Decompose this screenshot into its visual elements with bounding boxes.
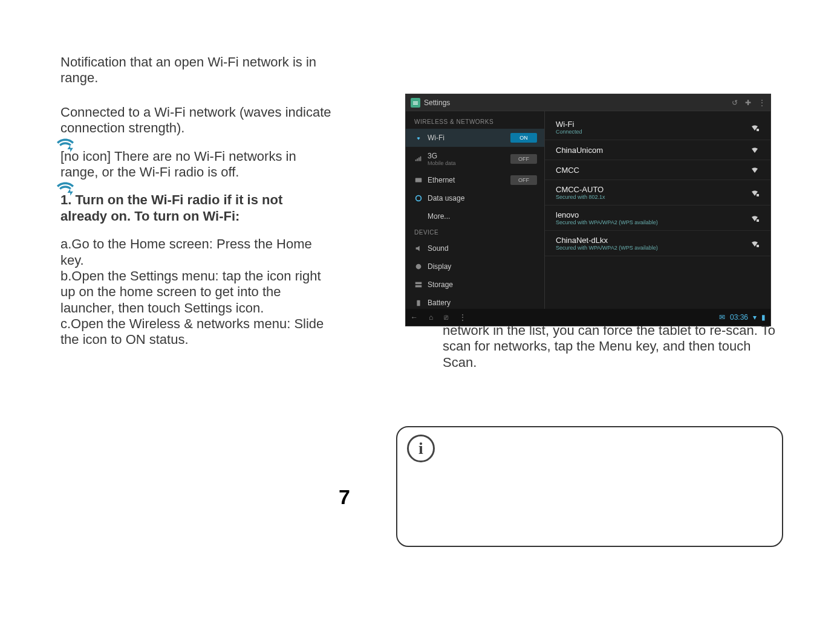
wifi-signal-icon [750, 123, 760, 132]
sidebar-3g-label: 3G [428, 152, 456, 160]
add-icon: ✚ [745, 99, 751, 107]
svg-rect-1 [415, 178, 422, 183]
sidebar-item-data[interactable]: Data usage [406, 189, 544, 207]
svg-rect-9 [757, 219, 759, 222]
status-time: 03:36 [730, 313, 748, 322]
wifi-signal-icon [750, 165, 760, 175]
nav-menu-icon[interactable]: ⋮ [459, 313, 466, 322]
svg-rect-10 [757, 245, 759, 247]
svg-rect-6 [417, 300, 420, 306]
sidebar-battery-label: Battery [428, 299, 451, 307]
battery-icon [414, 299, 423, 307]
network-row[interactable]: ChinaNet-dLkxSecured with WPA/WPA2 (WPS … [545, 231, 770, 256]
step-a: a.Go to the Home screen: Press the Home … [60, 236, 333, 268]
sidebar-item-sound[interactable]: Sound [406, 239, 544, 257]
network-name: CMCC [556, 166, 579, 175]
wifi-signal-icon [750, 239, 760, 248]
network-name: lenovo [556, 210, 658, 219]
network-subtitle: Secured with WPA/WPA2 (WPS available) [556, 219, 658, 225]
sidebar-item-storage[interactable]: Storage [406, 276, 544, 294]
right-continuation-text: network in the list, you can force the t… [443, 323, 780, 370]
sidebar-item-ethernet[interactable]: Ethernet OFF [406, 171, 544, 189]
sidebar-wifi-label: Wi-Fi [428, 134, 444, 142]
network-row[interactable]: CMCC-AUTOSecured with 802.1x [545, 180, 770, 205]
sidebar-3g-sub: Mobile data [428, 160, 456, 166]
step-b: b.Open the Settings menu: tap the icon r… [60, 268, 333, 316]
wifi-step-icon [57, 180, 74, 197]
network-row[interactable]: lenovoSecured with WPA/WPA2 (WPS availab… [545, 205, 770, 231]
nav-recent-icon[interactable]: ⎚ [444, 313, 448, 322]
refresh-icon: ↺ [732, 99, 738, 107]
notification-text: Notification that an open Wi-Fi network … [60, 54, 333, 86]
wifi-none-icon [57, 137, 74, 154]
sidebar-storage-label: Storage [428, 280, 453, 289]
status-notif-icon: ✉ [719, 313, 725, 322]
network-subtitle: Secured with 802.1x [556, 194, 605, 200]
sidebar-more-label: More... [428, 212, 450, 221]
sidebar-item-more[interactable]: More... [406, 207, 544, 225]
page-number: 7 [339, 485, 350, 509]
sidebar-display-label: Display [428, 262, 451, 271]
wifi-signal-icon [750, 213, 760, 223]
svg-point-3 [416, 264, 422, 270]
step-c: c.Open the Wireless & networks menu: Sli… [60, 316, 333, 348]
network-subtitle: Secured with WPA/WPA2 (WPS available) [556, 245, 658, 251]
display-icon [414, 262, 423, 271]
sidebar-ethernet-label: Ethernet [428, 176, 455, 184]
svg-rect-7 [757, 129, 759, 131]
status-battery-icon: ▮ [761, 313, 766, 322]
wifi-signal-icon [750, 145, 760, 155]
settings-header-icon [411, 98, 420, 108]
nav-back-icon[interactable]: ← [411, 313, 418, 322]
network-name: Wi-Fi [556, 120, 582, 129]
svg-rect-5 [415, 285, 422, 288]
sidebar-header-wireless: WIRELESS & NETWORKS [406, 115, 544, 129]
svg-rect-8 [757, 194, 759, 196]
network-subtitle: Connected [556, 129, 582, 135]
sidebar-header-device: DEVICE [406, 225, 544, 239]
storage-icon [414, 280, 423, 289]
signal-icon [414, 155, 423, 163]
sidebar-data-label: Data usage [428, 194, 464, 202]
threeg-toggle[interactable]: OFF [510, 154, 537, 164]
status-wifi-icon: ▾ [753, 313, 757, 322]
info-box: i [396, 426, 783, 547]
svg-rect-4 [415, 282, 422, 285]
ethernet-icon [414, 176, 423, 184]
sidebar-item-3g[interactable]: 3G Mobile data OFF [406, 147, 544, 171]
network-name: ChinaUnicom [556, 146, 603, 155]
sound-icon [414, 244, 423, 253]
wifi-signal-icon [750, 188, 760, 198]
connected-text: Connected to a Wi-Fi network (waves indi… [60, 105, 333, 137]
data-usage-icon [414, 194, 423, 202]
settings-screenshot: Settings ↺ ✚ ⋮ WIRELESS & NETWORKS Wi-Fi… [405, 94, 771, 326]
nav-home-icon[interactable]: ⌂ [429, 313, 433, 322]
network-row[interactable]: CMCC [545, 160, 770, 180]
network-row[interactable]: ChinaUnicom [545, 140, 770, 160]
svg-point-2 [416, 196, 422, 201]
sidebar-sound-label: Sound [428, 244, 449, 253]
no-wifi-text: [no icon] There are no Wi-Fi networks in… [60, 149, 333, 181]
sidebar-item-display[interactable]: Display [406, 257, 544, 276]
step1-heading: 1. Turn on the Wi-Fi radio if it is not … [60, 192, 333, 224]
sidebar-item-wifi[interactable]: Wi-Fi ON [406, 129, 544, 147]
network-row[interactable]: Wi-FiConnected [545, 115, 770, 140]
screenshot-title: Settings [424, 99, 450, 107]
network-name: ChinaNet-dLkx [556, 236, 658, 245]
wifi-icon [414, 134, 423, 142]
overflow-icon: ⋮ [758, 99, 766, 107]
network-name: CMCC-AUTO [556, 185, 605, 194]
blank-icon [414, 212, 423, 221]
wifi-toggle[interactable]: ON [510, 133, 537, 143]
ethernet-toggle[interactable]: OFF [510, 175, 537, 185]
info-icon: i [407, 435, 435, 462]
